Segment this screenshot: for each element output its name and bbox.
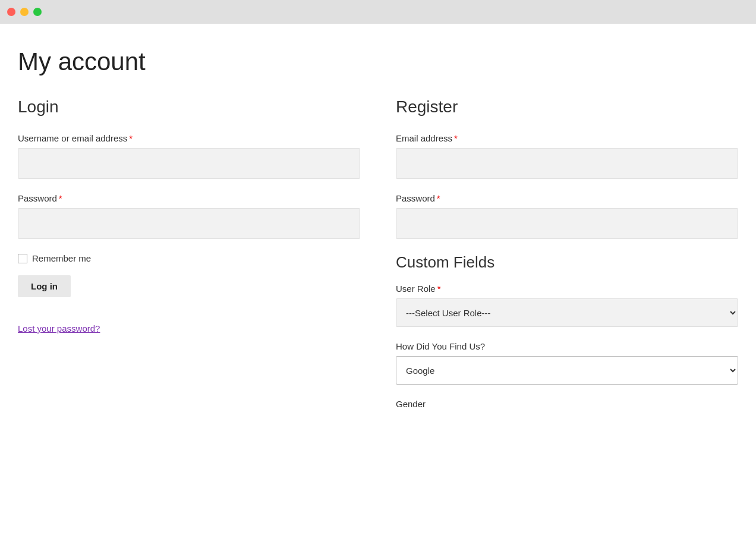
register-section-title: Register xyxy=(396,97,738,117)
how-find-us-field-group: How Did You Find Us? Google Facebook Twi… xyxy=(396,341,738,385)
register-email-required-star: * xyxy=(454,133,458,143)
user-role-field-group: User Role* ---Select User Role--- Admin … xyxy=(396,284,738,327)
remember-me-group: Remember me xyxy=(18,253,360,263)
login-password-field-group: Password* xyxy=(18,193,360,239)
minimize-icon[interactable] xyxy=(20,8,29,16)
gender-label: Gender xyxy=(396,399,738,409)
username-label: Username or email address* xyxy=(18,133,360,143)
how-find-us-label: How Did You Find Us? xyxy=(396,341,738,351)
username-required-star: * xyxy=(129,133,133,143)
login-password-label: Password* xyxy=(18,193,360,203)
login-password-input[interactable] xyxy=(18,208,360,239)
user-role-required-star: * xyxy=(437,284,441,294)
lost-password-section: Lost your password? xyxy=(18,323,360,334)
register-column: Register Email address* Password* Custom… xyxy=(396,97,738,423)
user-role-label: User Role* xyxy=(396,284,738,294)
lost-password-link[interactable]: Lost your password? xyxy=(18,323,100,333)
register-password-input[interactable] xyxy=(396,208,738,239)
custom-fields-title: Custom Fields xyxy=(396,253,738,272)
register-email-field-group: Email address* xyxy=(396,133,738,179)
username-input[interactable] xyxy=(18,148,360,179)
login-column: Login Username or email address* Passwor… xyxy=(18,97,360,423)
close-icon[interactable] xyxy=(7,8,15,16)
maximize-icon[interactable] xyxy=(33,8,42,16)
register-email-label: Email address* xyxy=(396,133,738,143)
page-content: My account Login Username or email addre… xyxy=(0,24,756,535)
how-find-us-select[interactable]: Google Facebook Twitter Friend Other xyxy=(396,356,738,385)
register-password-required-star: * xyxy=(437,193,440,203)
titlebar xyxy=(0,0,756,24)
page-title: My account xyxy=(18,48,738,76)
register-password-label: Password* xyxy=(396,193,738,203)
user-role-select[interactable]: ---Select User Role--- Admin Editor Subs… xyxy=(396,298,738,327)
username-field-group: Username or email address* xyxy=(18,133,360,179)
register-password-field-group: Password* xyxy=(396,193,738,239)
gender-field-group: Gender xyxy=(396,399,738,409)
remember-me-checkbox[interactable] xyxy=(18,254,27,263)
login-section-title: Login xyxy=(18,97,360,117)
register-email-input[interactable] xyxy=(396,148,738,179)
login-button[interactable]: Log in xyxy=(18,275,71,297)
login-password-required-star: * xyxy=(59,193,62,203)
two-column-layout: Login Username or email address* Passwor… xyxy=(18,97,738,423)
remember-me-label: Remember me xyxy=(32,253,91,263)
